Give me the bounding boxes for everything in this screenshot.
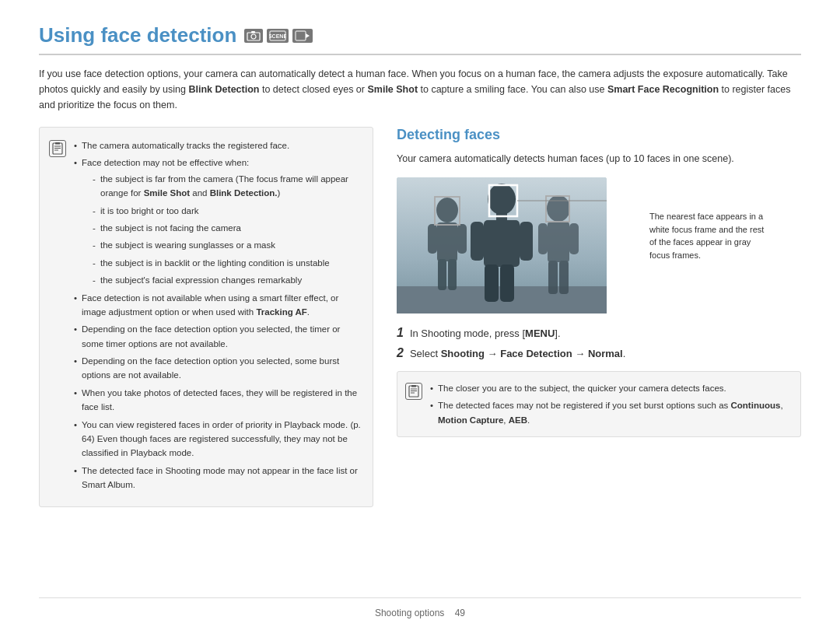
step-number-2: 2 <box>397 346 404 360</box>
sub-list-item: the subject's facial expression changes … <box>93 273 362 287</box>
list-item: Depending on the face detection option y… <box>74 322 362 351</box>
step-text-1: In Shooting mode, press [MENU]. <box>410 328 561 339</box>
svg-rect-15 <box>437 222 457 261</box>
step-1: 1 In Shooting mode, press [MENU]. <box>397 326 801 340</box>
note-content: The camera automatically tracks the regi… <box>74 138 362 496</box>
svg-point-27 <box>547 195 570 222</box>
sub-list-item: it is too bright or too dark <box>93 204 362 218</box>
list-item: Face detection may not be effective when… <box>74 156 362 287</box>
page-footer: Shooting options 49 <box>39 597 801 618</box>
sub-list-item: the subject is not facing the camera <box>93 221 362 235</box>
sub-list-item: the subject is in backlit or the lightin… <box>93 256 362 270</box>
svg-rect-16 <box>428 224 437 254</box>
header-icons: SCENE <box>244 29 313 43</box>
section-intro: Your camera automatically detects human … <box>397 151 801 166</box>
svg-point-20 <box>488 184 516 215</box>
left-note-box: The camera automatically tracks the regi… <box>39 127 373 507</box>
svg-rect-31 <box>548 261 558 294</box>
sub-list-item: the subject is wearing sunglasses or a m… <box>93 238 362 252</box>
scene-icon: SCENE <box>267 29 289 43</box>
camera-scene <box>397 177 607 313</box>
bottom-note-icon <box>405 383 422 400</box>
step-number-1: 1 <box>397 326 404 340</box>
svg-rect-28 <box>548 222 569 262</box>
svg-point-1 <box>251 34 256 39</box>
svg-rect-29 <box>538 223 548 254</box>
movie-icon <box>292 29 313 43</box>
steps-section: 1 In Shooting mode, press [MENU]. 2 Sele… <box>397 326 801 360</box>
svg-point-14 <box>436 198 458 222</box>
bottom-list-item: • The closer you are to the subject, the… <box>430 381 791 395</box>
svg-rect-23 <box>471 222 484 261</box>
svg-rect-17 <box>457 224 467 254</box>
camera-icon <box>244 29 263 43</box>
bottom-note-box: • The closer you are to the subject, the… <box>397 371 801 437</box>
annotation-text: The nearest face appears in a white focu… <box>649 210 770 261</box>
svg-text:SCENE: SCENE <box>269 33 286 39</box>
svg-rect-19 <box>448 259 457 290</box>
svg-rect-24 <box>520 222 533 261</box>
svg-rect-18 <box>438 259 446 290</box>
svg-rect-11 <box>55 142 60 145</box>
camera-image-area: The nearest face appears in a white focu… <box>397 177 801 313</box>
list-item: Depending on the face detection option y… <box>74 354 362 383</box>
svg-rect-2 <box>251 31 255 33</box>
svg-rect-5 <box>296 31 306 40</box>
bottom-note-content: • The closer you are to the subject, the… <box>430 381 791 427</box>
bottom-list-item: • The detected faces may not be register… <box>430 398 791 427</box>
svg-rect-41 <box>411 385 416 387</box>
right-column: Detecting faces Your camera automaticall… <box>397 127 801 597</box>
svg-marker-6 <box>306 33 310 38</box>
list-item: You can view registered faces in order o… <box>74 418 362 461</box>
svg-rect-30 <box>569 223 579 254</box>
step-text-2: Select Shooting → Face Detection → Norma… <box>410 348 625 359</box>
list-item: Face detection is not available when usi… <box>74 291 362 320</box>
intro-text: If you use face detection options, your … <box>39 66 801 113</box>
svg-rect-26 <box>500 264 514 302</box>
main-content: The camera automatically tracks the regi… <box>39 127 801 597</box>
svg-rect-22 <box>484 220 520 267</box>
section-title: Detecting faces <box>397 127 801 143</box>
list-item: When you take photos of detected faces, … <box>74 386 362 415</box>
page-title: Using face detection <box>39 23 236 47</box>
note-icon <box>49 140 66 157</box>
left-column: The camera automatically tracks the regi… <box>39 127 373 597</box>
svg-rect-25 <box>485 264 499 302</box>
svg-rect-32 <box>559 261 569 294</box>
page-wrapper: Using face detection SCENE <box>0 0 840 634</box>
page-header: Using face detection SCENE <box>39 23 801 55</box>
list-item: The detected face in Shooting mode may n… <box>74 464 362 492</box>
list-item: The camera automatically tracks the regi… <box>74 138 362 152</box>
step-2: 2 Select Shooting → Face Detection → Nor… <box>397 346 801 360</box>
footer-text: Shooting options 49 <box>375 608 465 618</box>
sub-list-item: the subject is far from the camera (The … <box>93 172 362 201</box>
